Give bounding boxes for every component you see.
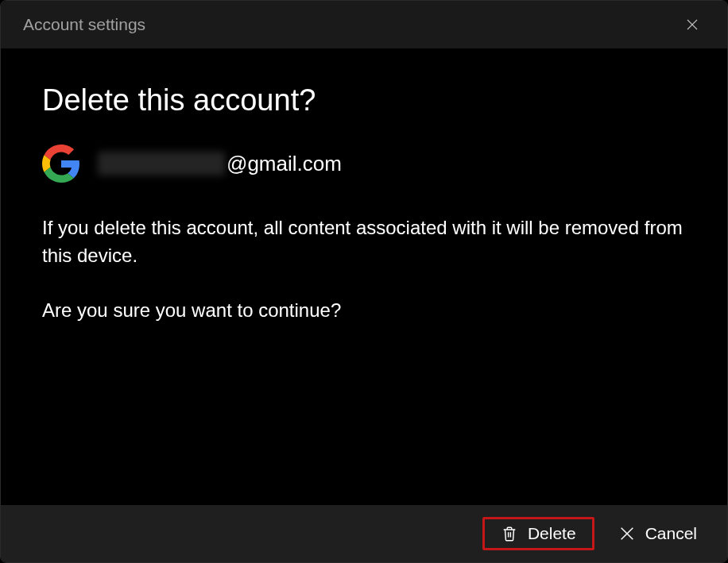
- close-icon: [685, 17, 699, 32]
- email-domain: @gmail.com: [227, 152, 342, 176]
- close-button[interactable]: [680, 12, 705, 37]
- delete-button-label: Delete: [528, 524, 576, 543]
- trash-icon: [501, 525, 518, 542]
- dialog-content: Delete this account? @gmail.com If you d…: [1, 48, 727, 505]
- google-icon: [42, 145, 80, 183]
- cancel-button-label: Cancel: [645, 524, 697, 543]
- account-row: @gmail.com: [42, 145, 686, 183]
- dialog-heading: Delete this account?: [42, 83, 686, 118]
- warning-text: If you delete this account, all content …: [42, 214, 686, 270]
- confirm-text: Are you sure you want to continue?: [42, 297, 686, 325]
- email-local-redacted: [98, 152, 225, 175]
- cancel-icon: [618, 525, 636, 542]
- cancel-button[interactable]: Cancel: [604, 518, 711, 550]
- account-email: @gmail.com: [98, 152, 342, 176]
- titlebar-title: Account settings: [23, 15, 145, 34]
- dialog-footer: Delete Cancel: [1, 505, 727, 562]
- delete-button[interactable]: Delete: [482, 517, 594, 550]
- titlebar: Account settings: [1, 1, 727, 48]
- dialog-body: If you delete this account, all content …: [42, 214, 686, 351]
